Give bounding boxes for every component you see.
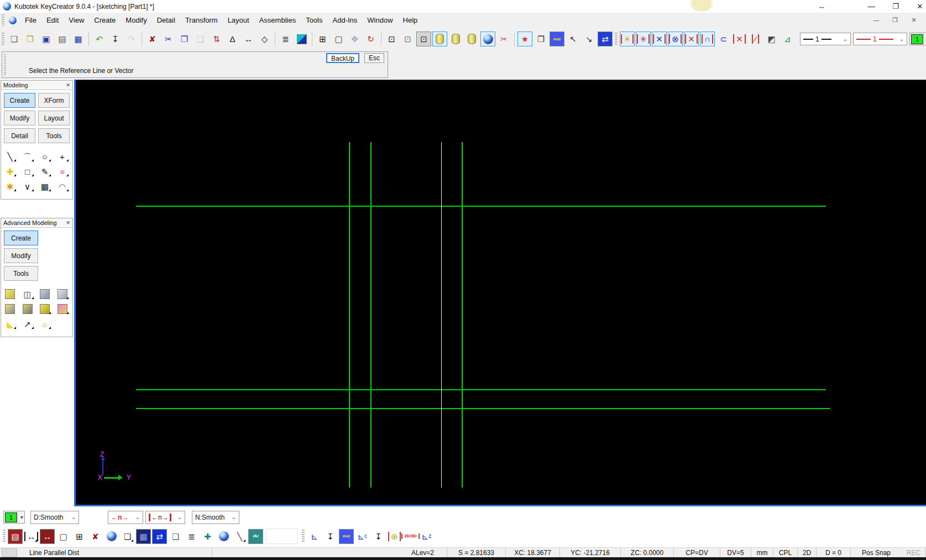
- delete2-icon[interactable]: ✘: [88, 529, 103, 544]
- menu-modify[interactable]: Modify: [121, 16, 151, 24]
- normal-smooth-select[interactable]: N:Smooth⌄: [192, 511, 239, 524]
- arc-icon[interactable]: ⌒: [20, 149, 35, 164]
- mdi-minimize-icon[interactable]: —: [871, 17, 882, 24]
- green-construction-vline[interactable]: [349, 142, 350, 488]
- chain-select-icon[interactable]: ≣: [278, 32, 293, 46]
- dim-linear-red-icon[interactable]: ↔: [40, 529, 55, 544]
- print-layout-icon[interactable]: ▦: [71, 32, 86, 46]
- view-cube-icon[interactable]: ◩: [764, 32, 779, 46]
- line-icon[interactable]: ╲: [2, 149, 18, 164]
- tools-button[interactable]: Tools: [38, 128, 70, 143]
- menu-tools[interactable]: Tools: [301, 16, 327, 24]
- menu-detail[interactable]: Detail: [152, 16, 180, 24]
- mdi-close-icon[interactable]: ✕: [908, 17, 919, 24]
- window-swap-icon[interactable]: ⇄: [598, 32, 613, 46]
- line-style-select[interactable]: 1 ⌄: [800, 33, 851, 45]
- delete-icon[interactable]: ✘: [145, 32, 160, 46]
- advanced-palette-titlebar[interactable]: Advanced Modeling ✕: [1, 218, 72, 228]
- view-hidden-icon[interactable]: ⊡: [400, 32, 415, 46]
- boolean-icon[interactable]: [37, 287, 53, 301]
- snap-tangent-icon[interactable]: ∩: [700, 32, 715, 46]
- modify-button[interactable]: Modify: [4, 111, 35, 125]
- paint-icon[interactable]: ★: [517, 32, 532, 46]
- point-icon[interactable]: +: [55, 149, 70, 164]
- level-color-select[interactable]: 1▾: [3, 511, 25, 524]
- dim-linear-icon[interactable]: ↔: [24, 529, 39, 544]
- dim-in-select[interactable]: ←n→⌄: [145, 511, 185, 524]
- pc-vue2-icon[interactable]: vue: [339, 529, 354, 544]
- snap-end-icon[interactable]: ✕: [652, 32, 667, 46]
- create-button[interactable]: Create: [4, 93, 35, 108]
- globe-icon[interactable]: [104, 529, 119, 544]
- menu-assemblies[interactable]: Assemblies: [254, 16, 301, 24]
- globe-brackets-icon[interactable]: ⊕: [387, 529, 402, 544]
- dim-out-select[interactable]: ←n→⌄: [108, 511, 143, 524]
- delta-icon[interactable]: Δ: [225, 32, 240, 46]
- snap-mid-icon[interactable]: ✕: [684, 32, 699, 46]
- green-construction-hline[interactable]: [136, 389, 826, 390]
- menubar-grip[interactable]: [2, 14, 4, 27]
- cascade-icon[interactable]: ≣: [184, 529, 199, 544]
- close-button[interactable]: ✕: [914, 2, 926, 11]
- resize-handle-icon[interactable]: ↔: [815, 2, 828, 11]
- color-grid-icon[interactable]: [294, 32, 309, 46]
- mesh-slab-icon[interactable]: [55, 287, 70, 301]
- tools-button[interactable]: Tools: [4, 266, 38, 281]
- menu-view[interactable]: View: [64, 16, 89, 24]
- menu-edit[interactable]: Edit: [41, 16, 64, 24]
- conic-icon[interactable]: ✱: [2, 179, 18, 193]
- line-width-select[interactable]: 1 ⌄: [853, 33, 907, 45]
- corner-icon[interactable]: ∨: [20, 179, 35, 193]
- menu-create[interactable]: Create: [89, 16, 121, 24]
- snap-arc-icon[interactable]: ⊂: [716, 32, 731, 46]
- window-props-icon[interactable]: ❒: [533, 32, 548, 46]
- solid-block-icon[interactable]: [2, 287, 18, 301]
- cross-icon[interactable]: ✚: [200, 529, 215, 544]
- green-construction-hline[interactable]: [136, 206, 826, 207]
- trim-surface-icon[interactable]: [55, 302, 70, 316]
- close-icon[interactable]: ✕: [66, 82, 70, 88]
- view-2d3d-icon[interactable]: 2D/3D: [403, 529, 418, 544]
- pick-copy-icon[interactable]: ↘: [582, 32, 597, 46]
- ditto-icon[interactable]: ⇅: [209, 32, 224, 46]
- vector-icon[interactable]: ↗: [20, 317, 35, 331]
- snap-point-icon[interactable]: ✳: [636, 32, 651, 46]
- prompt-grip[interactable]: [4, 54, 6, 76]
- menu-window[interactable]: Window: [362, 16, 397, 24]
- cplane-icon[interactable]: ⊾: [307, 529, 322, 544]
- globe2-icon[interactable]: [216, 529, 231, 544]
- layout-button[interactable]: Layout: [38, 111, 70, 125]
- import-icon[interactable]: ↧: [108, 32, 123, 46]
- cplane-z-icon[interactable]: ⊾ᶻ: [419, 529, 434, 544]
- slash-a-icon[interactable]: /A/: [248, 529, 263, 544]
- stretch-icon[interactable]: ↔: [241, 32, 256, 46]
- grid-navy-icon[interactable]: ▦: [136, 529, 151, 544]
- snap-angle-icon[interactable]: ∕: [748, 32, 763, 46]
- morph-icon[interactable]: ◇: [257, 32, 272, 46]
- window-swap2-icon[interactable]: ⇄: [152, 529, 167, 544]
- spline-icon[interactable]: ≈: [55, 164, 70, 179]
- fit2-icon[interactable]: ⊞: [72, 529, 87, 544]
- toolbar-grip[interactable]: [302, 530, 305, 543]
- sweep-surface-icon[interactable]: [2, 302, 18, 316]
- view-shaded2-icon[interactable]: [448, 32, 463, 46]
- triad-icon[interactable]: ⊿: [780, 32, 795, 46]
- menu-addins[interactable]: Add-Ins: [328, 16, 363, 24]
- paste-icon[interactable]: ❑: [193, 32, 208, 46]
- loft-surface-icon[interactable]: [20, 302, 35, 316]
- drawing-canvas[interactable]: Z X Y: [74, 80, 926, 506]
- pc-vue-icon[interactable]: vue: [550, 32, 564, 46]
- document-icon[interactable]: [9, 17, 17, 24]
- save-icon[interactable]: ▣: [39, 32, 54, 46]
- new-page-icon[interactable]: ❏: [168, 529, 183, 544]
- select-box2-icon[interactable]: ▢: [56, 529, 71, 544]
- create-button[interactable]: Create: [4, 231, 38, 245]
- arc2-icon[interactable]: ◠: [55, 179, 70, 193]
- snap-center-icon[interactable]: ⊗: [668, 32, 683, 46]
- redo-icon[interactable]: ↷: [124, 32, 139, 46]
- cplane-c-icon[interactable]: ⊾ᶜ: [355, 529, 370, 544]
- modify-button[interactable]: Modify: [4, 248, 38, 263]
- mdi-restore-icon[interactable]: ❐: [890, 17, 901, 24]
- backup-button[interactable]: BackUp: [326, 53, 359, 63]
- pan-icon[interactable]: ✥: [347, 32, 362, 46]
